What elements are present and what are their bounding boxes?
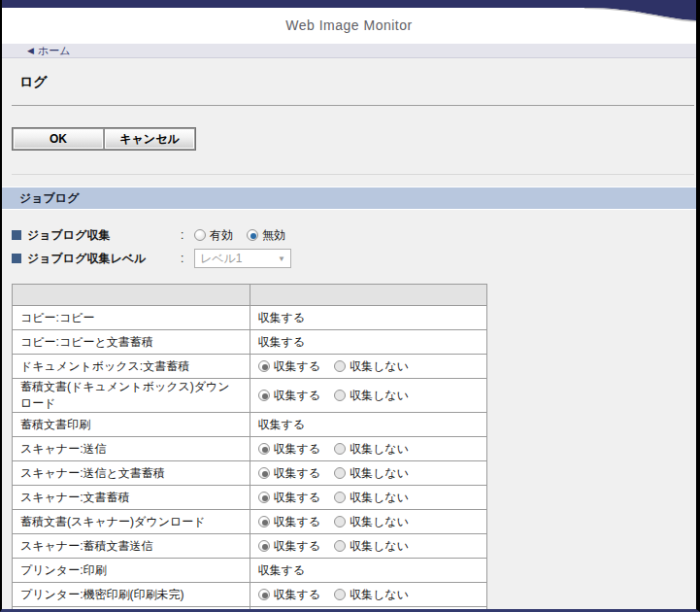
table-row: 蓄積文書印刷 収集する [13, 413, 487, 437]
radio-enabled-label[interactable]: 有効 [210, 227, 233, 244]
table-row: 蓄積文書(スキャナー)ダウンロード 収集する収集しない [13, 510, 487, 534]
row-label: コピー:コピーと文書蓄積 [13, 330, 250, 355]
row-label: 蓄積文書(スキャナー)ダウンロード [13, 510, 250, 534]
table-header-setting [250, 285, 487, 306]
row-setting: 収集する [250, 559, 487, 583]
job-log-collection-field: ジョブログ収集 : 有効 無効 [12, 223, 696, 247]
row-setting: 収集する収集しない [250, 355, 487, 379]
radio-collect[interactable] [258, 443, 270, 455]
radio-not-collect-label[interactable]: 収集しない [350, 491, 409, 504]
radio-not-collect-label[interactable]: 収集しない [350, 466, 409, 480]
row-setting: 収集する収集しない [250, 379, 487, 413]
radio-not-collect[interactable] [334, 492, 346, 503]
radio-collect[interactable] [258, 589, 270, 600]
table-header-item [13, 285, 250, 306]
top-accent-bar [2, 0, 696, 8]
table-row: スキャナー:文書蓄積 収集する収集しない [13, 486, 487, 510]
radio-not-collect-label[interactable]: 収集しない [350, 389, 409, 402]
radio-disabled[interactable] [247, 229, 258, 241]
field-label: ジョブログ収集レベル [27, 251, 181, 267]
button-group: OK キャンセル [12, 127, 196, 151]
divider [12, 105, 694, 106]
radio-collect-label[interactable]: 収集する [274, 588, 321, 601]
radio-not-collect-label[interactable]: 収集しない [350, 515, 409, 528]
breadcrumb-home-link[interactable]: ホーム [38, 44, 71, 58]
page-title: ログ [2, 58, 696, 105]
table-row: スキャナー:送信 収集する収集しない [13, 437, 487, 461]
row-label: 蓄積文書印刷 [13, 413, 250, 437]
table-row: プリンター:印刷 収集する [13, 559, 487, 583]
radio-collect[interactable] [258, 492, 270, 503]
radio-not-collect[interactable] [334, 540, 346, 552]
field-label: ジョブログ収集 [27, 227, 181, 244]
row-label: プリンター:機密印刷 [13, 607, 250, 612]
radio-disabled-label[interactable]: 無効 [262, 227, 285, 244]
radio-not-collect[interactable] [334, 467, 346, 479]
section-header-joblog: ジョブログ [2, 187, 696, 210]
radio-collect[interactable] [258, 360, 270, 372]
radio-not-collect[interactable] [334, 589, 346, 600]
radio-collect-label[interactable]: 収集する [274, 491, 321, 504]
table-row: プリンター:機密印刷(印刷未完) 収集する収集しない [13, 583, 487, 607]
back-arrow-icon: ◀ [27, 47, 34, 55]
job-log-table: コピー:コピー 収集する コピー:コピーと文書蓄積 収集する ドキュメントボック… [12, 284, 487, 612]
radio-collect-label[interactable]: 収集する [274, 389, 321, 402]
radio-not-collect[interactable] [334, 390, 346, 401]
table-row: スキャナー:送信と文書蓄積 収集する収集しない [13, 461, 487, 486]
row-setting: 収集する [250, 330, 487, 355]
breadcrumb: ◀ ホーム [2, 43, 696, 58]
radio-not-collect-label[interactable]: 収集しない [350, 359, 409, 373]
row-label: 蓄積文書(ドキュメントボックス)ダウンロード [13, 379, 250, 413]
radio-collect-label[interactable]: 収集する [274, 466, 321, 480]
table-row: コピー:コピー 収集する [13, 306, 487, 330]
row-setting: 収集する [250, 306, 487, 330]
radio-collect-label[interactable]: 収集する [274, 515, 321, 528]
row-setting: 収集する収集しない [250, 583, 487, 607]
job-log-level-select[interactable]: レベル1 ▼ [194, 249, 291, 268]
row-label: コピー:コピー [13, 306, 250, 330]
table-row: ドキュメントボックス:文書蓄積 収集する収集しない [13, 355, 487, 379]
radio-not-collect-label[interactable]: 収集しない [350, 588, 409, 601]
radio-not-collect[interactable] [334, 516, 346, 527]
row-label: スキャナー:文書蓄積 [13, 486, 250, 510]
table-header-row [13, 285, 487, 306]
row-label: ドキュメントボックス:文書蓄積 [13, 355, 250, 379]
row-setting: 収集する収集しない [250, 437, 487, 461]
field-separator: : [181, 228, 194, 242]
radio-collect-label[interactable]: 収集する [274, 442, 321, 456]
web-image-monitor-page: { "header": { "title": "Web Image Monito… [0, 0, 700, 612]
cancel-button[interactable]: キャンセル [104, 128, 195, 150]
radio-collect-label[interactable]: 収集する [274, 359, 321, 373]
row-label: スキャナー:蓄積文書送信 [13, 534, 250, 559]
field-separator: : [181, 252, 194, 265]
title-bar: Web Image Monitor [2, 8, 696, 43]
app-title: Web Image Monitor [285, 17, 412, 33]
ok-button[interactable]: OK [13, 128, 104, 150]
table-row: 蓄積文書(ドキュメントボックス)ダウンロード 収集する収集しない [13, 379, 487, 413]
bullet-icon [12, 254, 21, 263]
radio-not-collect-label[interactable]: 収集しない [350, 442, 409, 456]
table-row: プリンター:機密印刷 収集する [13, 607, 487, 612]
table-row: スキャナー:蓄積文書送信 収集する収集しない [13, 534, 487, 559]
settings-fields: ジョブログ収集 : 有効 無効 ジョブログ収集レベル : レベル1 ▼ [2, 210, 696, 280]
row-setting: 収集する [250, 607, 487, 612]
radio-collect[interactable] [258, 516, 270, 527]
radio-not-collect[interactable] [334, 443, 346, 455]
job-log-level-field: ジョブログ収集レベル : レベル1 ▼ [12, 247, 696, 270]
row-label: プリンター:機密印刷(印刷未完) [13, 583, 250, 607]
row-setting: 収集する [250, 413, 487, 437]
row-label: プリンター:印刷 [13, 559, 250, 583]
row-label: スキャナー:送信と文書蓄積 [13, 461, 250, 486]
radio-not-collect[interactable] [334, 360, 346, 372]
row-label: スキャナー:送信 [13, 437, 250, 461]
chevron-down-icon: ▼ [278, 255, 285, 263]
select-value: レベル1 [200, 251, 243, 267]
radio-collect-label[interactable]: 収集する [274, 539, 321, 553]
radio-not-collect-label[interactable]: 収集しない [350, 539, 409, 553]
bullet-icon [12, 230, 21, 240]
divider [12, 174, 694, 175]
radio-collect[interactable] [258, 390, 270, 401]
radio-collect[interactable] [258, 467, 270, 479]
radio-enabled[interactable] [194, 229, 206, 241]
radio-collect[interactable] [258, 540, 270, 552]
